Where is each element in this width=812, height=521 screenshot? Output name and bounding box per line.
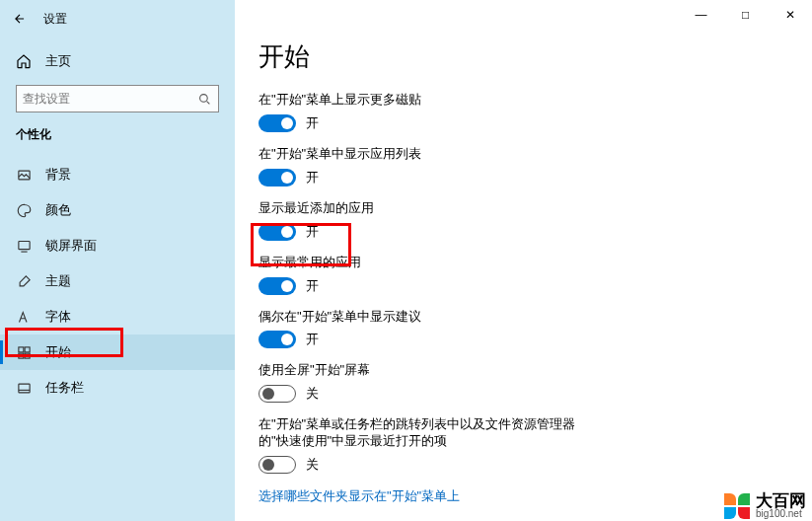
setting-jump-lists: 在"开始"菜单或任务栏的跳转列表中以及文件资源管理器的"快速使用"中显示最近打开…: [258, 416, 812, 474]
svg-rect-7: [18, 384, 29, 393]
brush-icon: [16, 273, 32, 289]
category-label: 个性化: [0, 112, 235, 153]
sidebar-item-background[interactable]: 背景: [0, 157, 235, 192]
svg-rect-4: [25, 346, 30, 351]
home-label: 主页: [45, 52, 71, 70]
toggle-state-text: 开: [306, 223, 319, 241]
sidebar-item-colors[interactable]: 颜色: [0, 192, 235, 228]
close-button[interactable]: ✕: [768, 0, 812, 30]
sidebar-item-themes[interactable]: 主题: [0, 263, 235, 299]
sidebar-item-lockscreen[interactable]: 锁屏界面: [0, 228, 235, 263]
svg-rect-3: [18, 346, 23, 351]
window-controls: — □ ✕: [679, 0, 812, 30]
watermark-text-cn: 大百网: [756, 492, 806, 509]
toggle-most-used[interactable]: [258, 277, 296, 295]
setting-app-list: 在"开始"菜单中显示应用列表 开: [258, 146, 812, 186]
sidebar-item-label: 字体: [45, 308, 71, 326]
sidebar-item-start[interactable]: 开始: [0, 335, 235, 370]
setting-label: 在"开始"菜单上显示更多磁贴: [258, 92, 594, 109]
toggle-state-text: 开: [306, 114, 319, 132]
setting-fullscreen-start: 使用全屏"开始"屏幕 关: [258, 362, 812, 403]
nav-list: 背景 颜色 锁屏界面 主题 字体 开始 任务栏: [0, 153, 235, 406]
setting-most-used: 显示最常用的应用 开: [258, 255, 812, 295]
sidebar-item-label: 开始: [45, 343, 71, 361]
setting-more-tiles: 在"开始"菜单上显示更多磁贴 开: [258, 92, 812, 132]
sidebar-item-taskbar[interactable]: 任务栏: [0, 370, 235, 406]
search-input[interactable]: [23, 92, 196, 106]
setting-recently-added: 显示最近添加的应用 开: [258, 200, 812, 241]
setting-label: 显示最常用的应用: [258, 255, 594, 271]
maximize-button[interactable]: □: [723, 0, 768, 30]
sidebar-item-label: 主题: [45, 272, 71, 290]
setting-label: 在"开始"菜单中显示应用列表: [258, 146, 594, 163]
svg-rect-2: [18, 241, 29, 249]
toggle-suggestions[interactable]: [258, 331, 296, 348]
search-wrap: [0, 81, 235, 112]
lock-screen-icon: [16, 238, 32, 254]
setting-label: 偶尔在"开始"菜单中显示建议: [258, 309, 594, 326]
home-icon: [16, 53, 32, 69]
toggle-jump-lists[interactable]: [258, 456, 296, 474]
start-icon: [16, 344, 32, 360]
toggle-state-text: 关: [306, 456, 319, 474]
sidebar: 设置 主页 个性化 背景 颜色 锁屏界面 主题: [0, 0, 235, 521]
sidebar-item-label: 颜色: [45, 201, 71, 219]
setting-label: 在"开始"菜单或任务栏的跳转列表中以及文件资源管理器的"快速使用"中显示最近打开…: [258, 416, 594, 450]
sidebar-item-fonts[interactable]: 字体: [0, 299, 235, 335]
search-box[interactable]: [16, 85, 219, 112]
svg-point-0: [199, 94, 207, 102]
watermark-logo-icon: [724, 493, 750, 519]
sidebar-item-label: 锁屏界面: [45, 237, 97, 255]
watermark: 大百网 big100.net: [724, 492, 806, 519]
toggle-more-tiles[interactable]: [258, 114, 296, 132]
app-title: 设置: [43, 11, 67, 28]
search-icon: [196, 93, 212, 106]
sidebar-item-label: 背景: [45, 166, 71, 184]
minimize-button[interactable]: —: [679, 0, 723, 30]
watermark-text-en: big100.net: [756, 509, 806, 519]
toggle-fullscreen-start[interactable]: [258, 385, 296, 403]
setting-label: 使用全屏"开始"屏幕: [258, 362, 594, 379]
main-pane: — □ ✕ 开始 在"开始"菜单上显示更多磁贴 开 在"开始"菜单中显示应用列表…: [235, 0, 812, 521]
toggle-state-text: 开: [306, 277, 319, 295]
titlebar-left: 设置: [0, 0, 235, 37]
toggle-state-text: 关: [306, 385, 319, 403]
toggle-state-text: 开: [306, 331, 319, 348]
taskbar-icon: [16, 380, 32, 396]
toggle-state-text: 开: [306, 169, 319, 186]
setting-suggestions: 偶尔在"开始"菜单中显示建议 开: [258, 309, 812, 349]
toggle-app-list[interactable]: [258, 169, 296, 186]
svg-rect-6: [25, 353, 30, 358]
svg-rect-5: [18, 353, 23, 358]
font-icon: [16, 309, 32, 325]
picture-icon: [16, 167, 32, 183]
sidebar-item-label: 任务栏: [45, 379, 84, 397]
page-title: 开始: [258, 39, 812, 74]
back-button[interactable]: [8, 7, 32, 31]
home-nav[interactable]: 主页: [0, 41, 235, 81]
palette-icon: [16, 202, 32, 218]
setting-label: 显示最近添加的应用: [258, 200, 594, 217]
content: 开始 在"开始"菜单上显示更多磁贴 开 在"开始"菜单中显示应用列表 开 显示最…: [235, 0, 812, 521]
arrow-left-icon: [13, 12, 27, 26]
toggle-recently-added[interactable]: [258, 223, 296, 241]
